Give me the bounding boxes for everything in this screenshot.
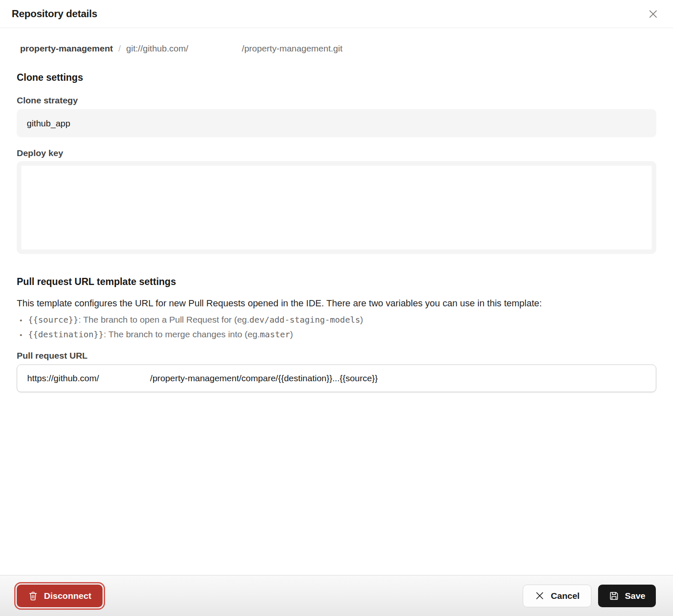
variable-example-destination: master — [260, 329, 290, 339]
disconnect-label: Disconnect — [44, 591, 91, 601]
pull-request-url-label: Pull request URL — [17, 351, 656, 361]
pull-request-url-prefix: https://github.com/ — [27, 373, 99, 383]
trash-icon — [28, 590, 38, 601]
pr-variable-item-source: • {{source}} : The branch to open a Pull… — [17, 315, 656, 325]
close-icon — [647, 8, 659, 20]
close-button[interactable] — [646, 7, 660, 21]
breadcrumb-url-suffix: /property-management.git — [242, 44, 342, 54]
save-label: Save — [625, 591, 645, 601]
breadcrumb-url-prefix: git://github.com/ — [126, 44, 188, 54]
pull-request-url-input[interactable]: https://github.com/ /property-management… — [17, 364, 656, 392]
variable-code-source: {{source}} — [28, 315, 78, 325]
modal-footer: Disconnect Cancel S — [0, 575, 673, 616]
pr-variable-list: • {{source}} : The branch to open a Pull… — [17, 315, 656, 339]
variable-close-destination: ) — [290, 329, 293, 339]
variable-desc-destination: : The branch to merge changes into (eg. — [104, 329, 260, 339]
cancel-label: Cancel — [551, 591, 580, 601]
modal-header: Repository details — [0, 0, 673, 28]
variable-close-source: ) — [360, 315, 363, 325]
clone-strategy-label: Clone strategy — [17, 95, 656, 105]
bullet-dot: • — [17, 331, 28, 339]
disconnect-button[interactable]: Disconnect — [17, 585, 103, 607]
pr-template-description: This template configures the URL for new… — [17, 298, 656, 309]
repository-details-modal: Repository details property-management /… — [0, 0, 673, 392]
modal-title: Repository details — [12, 8, 97, 20]
cancel-button[interactable]: Cancel — [523, 585, 591, 607]
pr-template-heading: Pull request URL template settings — [17, 276, 656, 287]
bullet-dot: • — [17, 316, 28, 325]
breadcrumb: property-management / git://github.com/ … — [17, 44, 656, 54]
clone-strategy-input[interactable]: github_app — [17, 109, 656, 137]
deploy-key-textarea[interactable] — [17, 161, 656, 254]
variable-example-source: dev/add-staging-models — [249, 315, 360, 325]
clone-strategy-value: github_app — [27, 118, 70, 128]
variable-desc-source: : The branch to open a Pull Request for … — [78, 315, 249, 325]
breadcrumb-separator: / — [118, 44, 121, 54]
deploy-key-label: Deploy key — [17, 148, 656, 158]
pull-request-url-suffix: /property-management/compare/{{destinati… — [150, 373, 378, 383]
variable-code-destination: {{destination}} — [28, 329, 104, 339]
breadcrumb-repo-name: property-management — [20, 44, 113, 54]
clone-settings-heading: Clone settings — [17, 72, 656, 83]
footer-actions: Cancel Save — [523, 585, 656, 607]
modal-body: property-management / git://github.com/ … — [0, 44, 673, 392]
save-icon — [609, 590, 619, 601]
cancel-x-icon — [534, 590, 545, 601]
pr-variable-item-destination: • {{destination}} : The branch to merge … — [17, 329, 656, 339]
save-button[interactable]: Save — [598, 585, 656, 607]
